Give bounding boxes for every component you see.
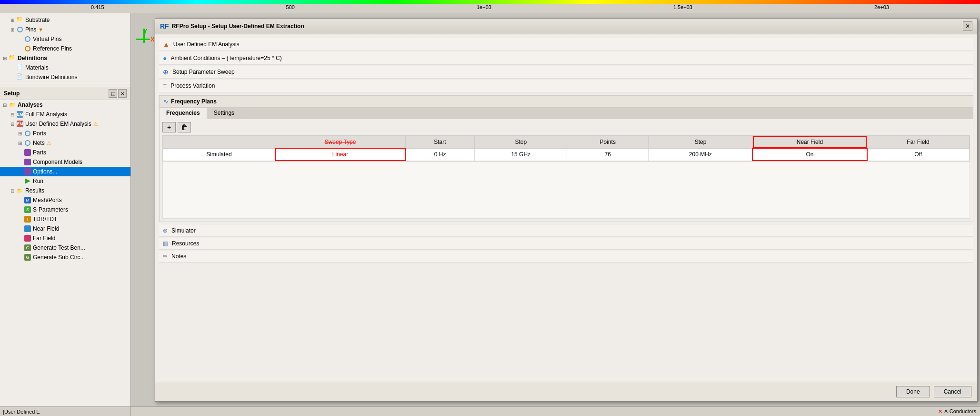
- sidebar-item-gen-test[interactable]: G Generate Test Ben...: [0, 243, 130, 253]
- section-label: Setup Parameter Sweep: [172, 69, 235, 75]
- setup-label: Setup: [4, 90, 20, 97]
- warning-icon-nets: ⚠: [47, 140, 51, 146]
- sidebar-item-mesh-ports[interactable]: M Mesh/Ports: [0, 195, 130, 205]
- table-wrapper: Sweep Type Start Stop Points Step: [160, 135, 973, 222]
- expand-defs[interactable]: ⊞: [2, 56, 8, 61]
- expand-analyses[interactable]: ⊟: [2, 102, 8, 108]
- left-panel: ⊞ 📁 Substrate ⊞ Pins ▼ Virtual Pins: [0, 13, 131, 416]
- col-header-start: Start: [405, 136, 475, 149]
- setup-header: Setup ◱ ✕: [0, 87, 130, 100]
- sidebar-item-sparams[interactable]: S S-Parameters: [0, 205, 130, 214]
- section-ambient[interactable]: ● Ambient Conditions – (Temperature=25 °…: [159, 52, 973, 65]
- sidebar-item-label: Substrate: [25, 17, 50, 23]
- circle-arrow-icon: [24, 45, 31, 52]
- sidebar-item-reference-pins[interactable]: Reference Pins: [0, 44, 130, 53]
- dialog-close-button[interactable]: ✕: [963, 21, 972, 31]
- sidebar-item-label: Run: [33, 178, 43, 184]
- add-row-button[interactable]: +: [162, 122, 176, 132]
- cell-sweep-type[interactable]: Linear: [275, 148, 405, 161]
- sidebar-item-label: Parts: [33, 149, 46, 156]
- close-panel-btn[interactable]: ✕: [118, 89, 127, 98]
- sidebar-item-ports[interactable]: ⊞ Ports: [0, 129, 130, 138]
- color-bar: [0, 0, 980, 4]
- cell-far-field: Off: [867, 148, 970, 161]
- sidebar-item-near-field[interactable]: Near Field: [0, 224, 130, 233]
- section-user-defined-em[interactable]: ▲ User Defined EM Analysis: [159, 38, 973, 51]
- sidebar-item-parts[interactable]: Parts: [0, 148, 130, 157]
- col-header-step: Step: [649, 136, 753, 149]
- dialog-content: ▲ User Defined EM Analysis ● Ambient Con…: [155, 34, 977, 266]
- section-simulator[interactable]: ⊛ Simulator: [159, 225, 973, 237]
- delete-row-button[interactable]: 🗑: [178, 122, 191, 132]
- near-field-header-box: Near Field: [753, 136, 867, 148]
- cell-stop: 15 GHz: [475, 148, 567, 161]
- sidebar-item-nets[interactable]: ⊞ Nets ⚠: [0, 138, 130, 148]
- results-folder-icon: 📁: [16, 187, 24, 194]
- sidebar-item-gen-sub[interactable]: G Generate Sub Circ...: [0, 253, 130, 262]
- notes-icon: ✏: [163, 253, 168, 260]
- circle-icon: [16, 26, 24, 33]
- cancel-button[interactable]: Cancel: [934, 386, 971, 397]
- sidebar-item-component-models[interactable]: Component Models: [0, 157, 130, 167]
- section-process-var[interactable]: ≡ Process Variation: [159, 80, 973, 92]
- gen-sub-icon: G: [24, 254, 31, 261]
- sidebar-item-materials[interactable]: 📄 Materials: [0, 63, 130, 72]
- status-text: [User Defined E: [3, 409, 40, 415]
- dialog-footer: Done Cancel: [155, 382, 977, 401]
- table-empty-area: [162, 162, 970, 219]
- nets-icon: [24, 139, 31, 147]
- sidebar-item-pins[interactable]: ⊞ Pins ▼: [0, 25, 130, 34]
- col-header-far-field: Far Field: [867, 136, 970, 149]
- colorbar-label-2: 500: [286, 4, 295, 10]
- section-notes[interactable]: ✏ Notes: [159, 251, 973, 263]
- table-container: Sweep Type Start Stop Points Step: [162, 135, 970, 162]
- section-resources[interactable]: ▦ Resources: [159, 238, 973, 250]
- right-area: Y X RF RFPro Setup - Setup User-Defined …: [131, 13, 980, 416]
- sparams-icon: S: [24, 206, 31, 213]
- cell-points: 76: [567, 148, 649, 161]
- folder-icon: 📄: [16, 73, 24, 81]
- done-button[interactable]: Done: [896, 386, 930, 397]
- expand-results[interactable]: ⊟: [10, 188, 15, 193]
- sidebar-item-definitions[interactable]: ⊞ 📁 Definitions: [0, 53, 130, 63]
- sidebar-item-full-em[interactable]: ⊟ EM Full EM Analysis: [0, 110, 130, 119]
- freq-plans-label: Frequency Plans: [171, 98, 217, 105]
- cell-near-field[interactable]: On: [752, 148, 867, 161]
- col-header-blank: [163, 136, 275, 149]
- table-toolbar: + 🗑: [160, 119, 973, 135]
- col-header-near-field: Near Field: [752, 136, 867, 149]
- colorbar-label-3: 1e+03: [477, 4, 491, 10]
- expand-ports[interactable]: ⊞: [17, 131, 23, 136]
- tab-settings[interactable]: Settings: [207, 108, 241, 119]
- tab-frequencies[interactable]: Frequencies: [160, 108, 207, 119]
- dialog-title-text: RFPro Setup - Setup User-Defined EM Extr…: [172, 23, 304, 30]
- sidebar-item-virtual-pins[interactable]: Virtual Pins: [0, 34, 130, 44]
- expand-full-em[interactable]: ⊟: [10, 112, 15, 117]
- sidebar-item-tdr[interactable]: T TDR/TDT: [0, 214, 130, 224]
- expand-pins[interactable]: ⊞: [10, 27, 15, 32]
- sidebar-item-user-defined-em[interactable]: ⊟ EM User Defined EM Analysis ⚠: [0, 119, 130, 129]
- comp-icon: [24, 158, 31, 166]
- expand-substrate[interactable]: ⊞: [10, 18, 15, 23]
- expand-nets[interactable]: ⊞: [17, 141, 23, 146]
- sidebar-item-results[interactable]: ⊟ 📁 Results: [0, 186, 130, 195]
- sidebar-item-far-field[interactable]: Far Field: [0, 233, 130, 243]
- sidebar-item-bondwire[interactable]: 📄 Bondwire Definitions: [0, 72, 130, 82]
- section-param-sweep[interactable]: ⊕ Setup Parameter Sweep: [159, 66, 973, 79]
- mesh-icon: M: [24, 196, 31, 204]
- resources-icon: ▦: [163, 240, 168, 247]
- sidebar-item-analyses[interactable]: ⊟ 📁 Analyses: [0, 100, 130, 110]
- cell-step: 200 MHz: [649, 148, 753, 161]
- colorbar-label-1: 0.415: [91, 4, 104, 10]
- expand-user-em[interactable]: ⊟: [10, 122, 15, 127]
- restore-btn[interactable]: ◱: [109, 89, 117, 98]
- sidebar-item-run[interactable]: Run: [0, 176, 130, 186]
- folder-icon: 📁: [9, 54, 16, 62]
- sidebar-item-label: TDR/TDT: [33, 216, 57, 223]
- sidebar-item-substrate[interactable]: ⊞ 📁 Substrate: [0, 15, 130, 25]
- simulator-icon: ⊛: [163, 227, 168, 234]
- sidebar-item-options[interactable]: Options...: [0, 167, 130, 176]
- freq-plans-header[interactable]: ∿ Frequency Plans: [160, 96, 973, 108]
- dialog: RF RFPro Setup - Setup User-Defined EM E…: [155, 18, 978, 402]
- cell-start: 0 Hz: [405, 148, 475, 161]
